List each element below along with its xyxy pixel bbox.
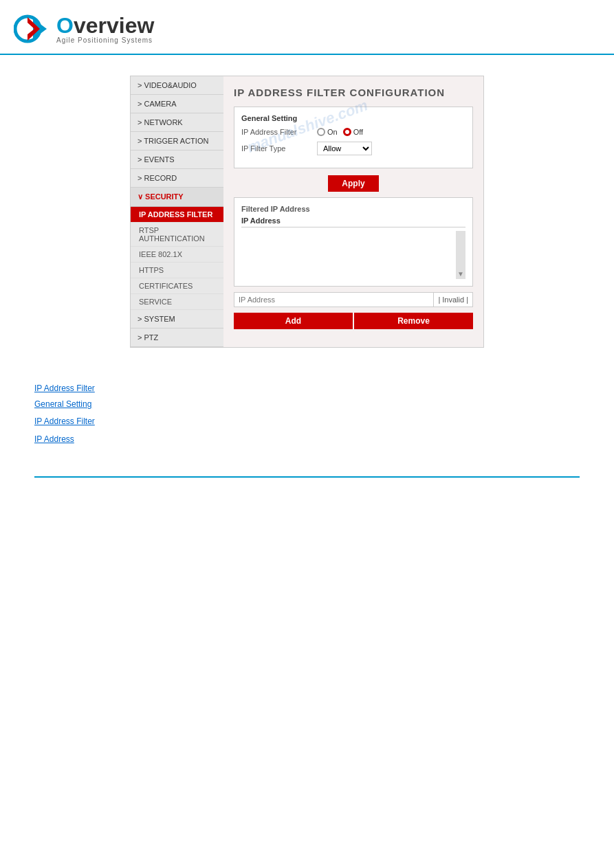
- sidebar-item-video-audio[interactable]: > VIDEO&AUDIO: [131, 76, 223, 95]
- filter-type-select[interactable]: Allow Deny: [317, 142, 372, 155]
- sidebar-item-network[interactable]: > NETWORK: [131, 113, 223, 132]
- sidebar-item-ptz[interactable]: > PTZ: [131, 329, 223, 347]
- ip-filter-row: IP Address Filter On Off: [241, 128, 465, 136]
- main-content: > VIDEO&AUDIO > CAMERA > NETWORK > TRIGG…: [0, 55, 614, 368]
- sidebar-sub-rtsp[interactable]: RTSP AUTHENTICATION: [131, 223, 223, 247]
- scroll-down-icon: ▼: [457, 270, 464, 278]
- sidebar: > VIDEO&AUDIO > CAMERA > NETWORK > TRIGG…: [131, 76, 223, 347]
- radio-off[interactable]: Off: [343, 128, 363, 136]
- ip-address-input[interactable]: [234, 293, 433, 307]
- radio-on-circle[interactable]: [317, 128, 325, 136]
- footer-link-2[interactable]: General Setting: [34, 398, 91, 411]
- radio-off-label: Off: [353, 128, 363, 136]
- ip-filter-type-label: IP Filter Type: [241, 144, 317, 153]
- radio-off-circle[interactable]: [343, 128, 351, 136]
- filtered-ip-section: Filtered IP Address IP Address ▼: [234, 197, 473, 287]
- general-setting-section: General Setting IP Address Filter On Off: [234, 107, 473, 168]
- sidebar-sub-ieee[interactable]: IEEE 802.1X: [131, 247, 223, 263]
- bottom-border: [34, 476, 580, 478]
- ip-filter-type-row: IP Filter Type Allow Deny: [241, 142, 465, 155]
- page-header: Overview Agile Positioning Systems: [0, 0, 614, 55]
- general-setting-label: General Setting: [241, 114, 465, 122]
- ip-list-area: ▼: [241, 231, 465, 279]
- filter-type-dropdown-container: Allow Deny: [317, 142, 372, 155]
- apply-button[interactable]: Apply: [328, 175, 378, 192]
- logo-text: Overview Agile Positioning Systems: [56, 14, 154, 44]
- sidebar-sub-https[interactable]: HTTPS: [131, 263, 223, 278]
- remove-button[interactable]: Remove: [354, 313, 473, 329]
- sidebar-item-events[interactable]: > EVENTS: [131, 151, 223, 169]
- add-button[interactable]: Add: [234, 313, 353, 329]
- radio-on[interactable]: On: [317, 128, 338, 136]
- scrollbar[interactable]: ▼: [456, 231, 465, 279]
- panel-title: IP ADDRESS FILTER CONFIGURATION: [234, 87, 473, 98]
- sidebar-sub-certificates[interactable]: CERTIFICATES: [131, 278, 223, 294]
- logo-brand: Overview: [56, 14, 154, 36]
- footer-link-4[interactable]: IP Address: [34, 433, 74, 446]
- sidebar-item-security[interactable]: ∨ SECURITY: [131, 188, 223, 207]
- sidebar-item-trigger-action[interactable]: > TRIGGER ACTION: [131, 132, 223, 151]
- ip-address-column-header: IP Address: [241, 216, 465, 227]
- ip-input-row: | Invalid |: [234, 292, 473, 307]
- sidebar-item-camera[interactable]: > CAMERA: [131, 95, 223, 113]
- ip-filter-radio-group: On Off: [317, 128, 363, 136]
- sidebar-sub-service[interactable]: SERVICE: [131, 294, 223, 310]
- radio-on-label: On: [327, 128, 338, 136]
- filtered-ip-title: Filtered IP Address: [241, 205, 465, 213]
- sidebar-item-system[interactable]: > SYSTEM: [131, 310, 223, 329]
- logo-icon: [14, 10, 54, 48]
- footer-text: IP Address Filter General Setting IP Add…: [0, 368, 614, 463]
- button-row: Add Remove: [234, 313, 473, 329]
- ui-panel: > VIDEO&AUDIO > CAMERA > NETWORK > TRIGG…: [130, 76, 484, 348]
- sidebar-item-record[interactable]: > RECORD: [131, 169, 223, 188]
- logo: Overview Agile Positioning Systems: [14, 10, 600, 48]
- footer-link-1[interactable]: IP Address Filter: [34, 382, 95, 395]
- sidebar-sub-ip-filter[interactable]: IP ADDRESS FILTER: [131, 207, 223, 223]
- invalid-label: | Invalid |: [433, 293, 472, 307]
- panel-main: manualshive.com IP ADDRESS FILTER CONFIG…: [223, 76, 483, 347]
- ip-filter-label: IP Address Filter: [241, 128, 317, 136]
- logo-tagline: Agile Positioning Systems: [56, 36, 154, 44]
- footer-link-3[interactable]: IP Address Filter: [34, 415, 95, 428]
